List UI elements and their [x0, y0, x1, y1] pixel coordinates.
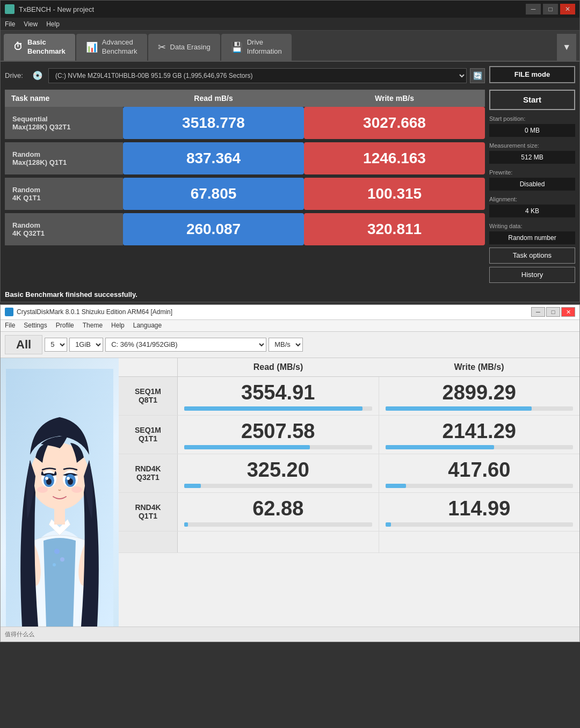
cdm-write-number: 2141.29: [386, 420, 574, 443]
drive-select[interactable]: (C:) NVMe MZ9L41T0HBLB-00B 951.59 GB (1,…: [48, 68, 467, 83]
cdm-row-3: RND4K Q1T1 62.88 114.99: [119, 493, 579, 532]
cdm-col-headers: Read (MB/s) Write (MB/s): [119, 358, 579, 377]
cdm-row-1: SEQ1M Q1T1 2507.58 2141.29: [119, 416, 579, 454]
cdm-window: CrystalDiskMark 8.0.1 Shizuku Edition AR…: [0, 304, 580, 642]
svg-point-16: [37, 486, 48, 493]
cdm-write-bar: [386, 484, 406, 488]
maximize-button[interactable]: □: [543, 4, 558, 14]
task-options-button[interactable]: Task options: [489, 247, 575, 264]
txbench-window-controls: ─ □ ✕: [526, 4, 575, 14]
cdm-write-bar: [386, 522, 391, 527]
chart-icon: 📊: [86, 41, 98, 53]
cdm-window-controls: ─ □ ✕: [531, 307, 575, 317]
cdm-read-bar: [184, 406, 363, 411]
cdm-write-cell: 114.99: [379, 493, 580, 531]
anime-character: [6, 369, 113, 627]
cdm-row-label: RND4K Q1T1: [119, 493, 178, 531]
measurement-size-label: Measurement size:: [489, 142, 575, 149]
cdm-menu-settings[interactable]: Settings: [24, 322, 47, 329]
cdm-read-bar: [184, 484, 201, 488]
cdm-unit-select[interactable]: MB/s: [269, 338, 303, 352]
bench-write-val: 3027.668: [304, 107, 485, 139]
cdm-read-cell: 62.88: [178, 493, 379, 531]
svg-point-14: [45, 477, 48, 480]
col-header-read: Read mB/s: [123, 90, 304, 107]
start-position-label: Start position:: [489, 115, 575, 122]
cdm-write-number: 114.99: [386, 497, 574, 520]
bench-read-val: 67.805: [123, 178, 304, 210]
bench-task-name: Random Max(128K) Q1T1: [5, 142, 123, 174]
drive-icon: 💾: [231, 41, 243, 53]
cdm-menu-language[interactable]: Language: [133, 322, 162, 329]
menu-help[interactable]: Help: [46, 20, 60, 28]
prewrite-label: Prewrite:: [489, 169, 575, 176]
cdm-write-bar: [386, 445, 495, 449]
left-panel: Drive: 💿 (C:) NVMe MZ9L41T0HBLB-00B 951.…: [5, 66, 485, 283]
cdm-read-number: 62.88: [184, 497, 372, 520]
drive-row: Drive: 💿 (C:) NVMe MZ9L41T0HBLB-00B 951.…: [5, 66, 485, 85]
cdm-read-header: Read (MB/s): [178, 358, 379, 376]
txbench-window: TxBENCH - New project ─ □ ✕ File View He…: [0, 0, 580, 302]
cdm-write-bar: [386, 406, 532, 411]
cdm-runs-select[interactable]: 5: [45, 338, 67, 352]
cdm-close-button[interactable]: ✕: [561, 307, 575, 317]
tab-basic-benchmark[interactable]: ⏱ Basic Benchmark: [4, 34, 75, 61]
cdm-row-label: RND4K Q32T1: [119, 454, 178, 492]
cdm-read-bar: [184, 522, 188, 527]
bench-row-2: Random 4K Q1T1 67.805 100.315: [5, 178, 485, 210]
cdm-size-select[interactable]: 1GiB: [69, 338, 103, 352]
cdm-app-icon: [5, 308, 13, 316]
cdm-menu-help[interactable]: Help: [111, 322, 125, 329]
cdm-read-number: 325.20: [184, 458, 372, 482]
cdm-menu-file[interactable]: File: [5, 322, 15, 329]
bench-write-val: 1246.163: [304, 142, 485, 174]
col-header-write: Write mB/s: [304, 90, 485, 107]
menu-view[interactable]: View: [24, 20, 38, 28]
cdm-menu-theme[interactable]: Theme: [83, 322, 103, 329]
cdm-row-0: SEQ1M Q8T1 3554.91 2899.29: [119, 377, 579, 416]
cdm-row-label: SEQ1M Q1T1: [119, 416, 178, 454]
cdm-maximize-button[interactable]: □: [546, 307, 560, 317]
cdm-footer-text: 值得什么么: [5, 630, 34, 638]
tab-advanced-benchmark[interactable]: 📊 Advanced Benchmark: [76, 34, 147, 61]
cdm-read-number: 2507.58: [184, 420, 372, 443]
close-button[interactable]: ✕: [560, 4, 575, 14]
cdm-toolbar: All 5 1GiB C: 36% (341/952GiB) MB/s: [1, 332, 579, 358]
txbench-title: TxBENCH - New project: [19, 5, 94, 13]
cdm-results: Read (MB/s) Write (MB/s) SEQ1M Q8T1 3554…: [119, 358, 579, 627]
writing-data-label: Writing data:: [489, 223, 575, 229]
drive-refresh-button[interactable]: 🔄: [470, 68, 485, 83]
file-mode-button[interactable]: FILE mode: [489, 66, 575, 83]
cdm-write-header: Write (MB/s): [379, 358, 579, 376]
cdm-minimize-button[interactable]: ─: [531, 307, 545, 317]
svg-point-19: [60, 557, 64, 562]
tab-more-button[interactable]: ▼: [557, 34, 576, 61]
menu-file[interactable]: File: [5, 20, 15, 28]
minimize-button[interactable]: ─: [526, 4, 541, 14]
alignment-label: Alignment:: [489, 196, 575, 202]
cdm-menu-profile[interactable]: Profile: [56, 322, 74, 329]
cdm-write-cell: 2899.29: [379, 377, 580, 415]
tab-bar: ⏱ Basic Benchmark 📊 Advanced Benchmark ✂…: [1, 31, 579, 62]
bench-read-val: 837.364: [123, 142, 304, 174]
tab-data-erasing[interactable]: ✂ Data Erasing: [148, 34, 220, 61]
history-button[interactable]: History: [489, 267, 575, 283]
cdm-all-label: All: [5, 335, 42, 354]
col-header-task: Task name: [5, 90, 123, 107]
cdm-drive-select[interactable]: C: 36% (341/952GiB): [105, 338, 266, 352]
cdm-menubar: File Settings Profile Theme Help Languag…: [1, 320, 579, 332]
benchmark-table: Task name Read mB/s Write mB/s Sequentia…: [5, 90, 485, 245]
cdm-title: CrystalDiskMark 8.0.1 Shizuku Edition AR…: [17, 308, 172, 316]
bench-row-3: Random 4K Q32T1 260.087 320.811: [5, 213, 485, 245]
cdm-anime-panel: [1, 358, 119, 627]
cdm-content: Read (MB/s) Write (MB/s) SEQ1M Q8T1 3554…: [1, 358, 579, 627]
drive-label: Drive:: [5, 71, 29, 79]
status-text: Basic Benchmark finished successfully.: [5, 290, 137, 299]
start-button[interactable]: Start: [489, 90, 575, 110]
txbench-main: Drive: 💿 (C:) NVMe MZ9L41T0HBLB-00B 951.…: [1, 62, 579, 287]
cdm-rows-container: SEQ1M Q8T1 3554.91 2899.29 SEQ1M Q1T1: [119, 377, 579, 532]
tab-drive-information[interactable]: 💾 Drive Information: [221, 34, 292, 61]
bench-row-1: Random Max(128K) Q1T1 837.364 1246.163: [5, 142, 485, 174]
cdm-write-cell: 2141.29: [379, 416, 580, 454]
cdm-row-label: SEQ1M Q8T1: [119, 377, 178, 415]
